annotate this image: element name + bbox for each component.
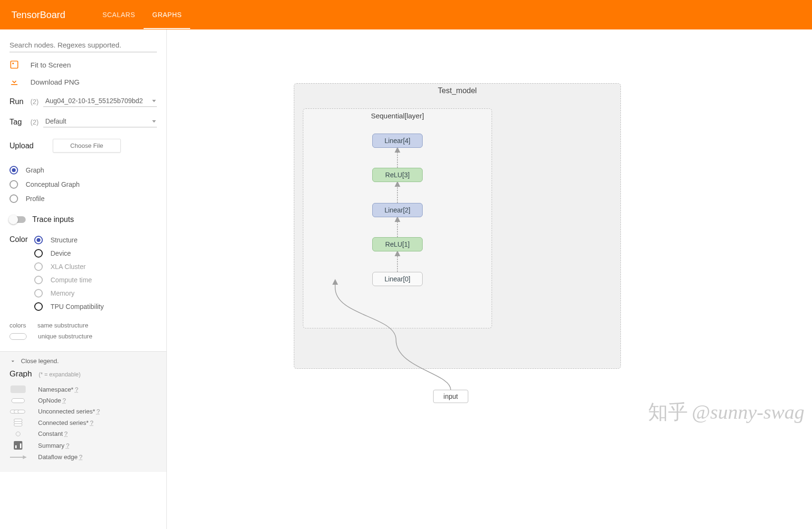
color-memory-label: Memory bbox=[50, 289, 75, 297]
legend-constant: Constant? bbox=[10, 428, 157, 439]
tab-scalars[interactable]: SCALARS bbox=[94, 0, 144, 29]
help-icon[interactable]: ? bbox=[66, 442, 69, 449]
sidebar: Fit to Screen Download PNG Run (2) Aug04… bbox=[0, 29, 167, 529]
radio-icon bbox=[34, 276, 43, 284]
chevron-down-icon bbox=[10, 358, 16, 365]
dataflow-shape-icon bbox=[10, 457, 26, 458]
legend-dataflow: Dataflow edge? bbox=[10, 452, 157, 462]
legend-namespace: Namespace*? bbox=[10, 384, 157, 395]
legend-connected: Connected series*? bbox=[10, 417, 157, 428]
radio-icon bbox=[34, 236, 43, 244]
toggle-icon bbox=[10, 216, 26, 223]
color-device-label: Device bbox=[50, 250, 71, 257]
svg-point-1 bbox=[12, 63, 14, 64]
edge-arrow bbox=[395, 182, 400, 203]
color-section: Color Structure Device XLA Cluster Compu… bbox=[10, 233, 157, 313]
edge-arrow bbox=[395, 251, 400, 272]
app-title: TensorBoard bbox=[11, 10, 65, 20]
help-icon[interactable]: ? bbox=[90, 419, 93, 426]
connected-shape-icon bbox=[14, 419, 22, 426]
graph-namespace-test-model[interactable]: Test_model Sequential[layer] Linear[4] R… bbox=[294, 83, 621, 369]
upload-label: Upload bbox=[10, 142, 34, 150]
run-label: Run bbox=[10, 97, 26, 106]
tag-select[interactable]: Default bbox=[43, 116, 157, 127]
color-memory[interactable]: Memory bbox=[34, 287, 157, 300]
view-mode-radios: Graph Conceptual Graph Profile bbox=[10, 163, 157, 206]
radio-icon bbox=[10, 166, 18, 174]
legend-subtitle: (* = expandable) bbox=[39, 371, 80, 378]
trace-inputs-toggle[interactable]: Trace inputs bbox=[10, 215, 157, 224]
search-input[interactable] bbox=[10, 38, 157, 52]
edge-arrow bbox=[395, 148, 400, 168]
structure-color-legend: colors same substructure unique substruc… bbox=[10, 320, 157, 342]
radio-icon bbox=[10, 194, 18, 203]
help-icon[interactable]: ? bbox=[97, 408, 100, 415]
graph-canvas[interactable]: Test_model Sequential[layer] Linear[4] R… bbox=[167, 29, 812, 529]
graph-node-linear-0[interactable]: Linear[0] bbox=[372, 272, 423, 286]
run-count: (2) bbox=[30, 98, 39, 106]
legend-title: Graph bbox=[10, 369, 32, 379]
tab-graphs[interactable]: GRAPHS bbox=[144, 0, 190, 29]
help-icon[interactable]: ? bbox=[64, 430, 68, 437]
radio-profile-label: Profile bbox=[26, 195, 45, 202]
radio-icon bbox=[34, 249, 43, 258]
fit-to-screen-label: Fit to Screen bbox=[30, 61, 71, 69]
color-title: Color bbox=[10, 233, 28, 313]
legend-summary: Summary? bbox=[10, 439, 157, 452]
header-tabs: SCALARS GRAPHS bbox=[94, 0, 190, 29]
unconnected-shape-icon bbox=[10, 409, 26, 414]
graph-node-input[interactable]: input bbox=[433, 390, 468, 403]
sequential-title: Sequential[layer] bbox=[303, 109, 492, 123]
watermark: 知乎@sunny-swag bbox=[648, 399, 804, 425]
radio-icon bbox=[10, 180, 18, 189]
radio-icon bbox=[34, 302, 43, 311]
close-legend-label: Close legend. bbox=[21, 357, 59, 365]
run-select[interactable]: Aug04_02-10-15_55125b709bd2 bbox=[43, 96, 157, 107]
test-model-title: Test_model bbox=[294, 84, 620, 98]
help-icon[interactable]: ? bbox=[79, 453, 82, 461]
radio-conceptual[interactable]: Conceptual Graph bbox=[10, 177, 157, 192]
graph-node-linear-4[interactable]: Linear[4] bbox=[372, 134, 423, 148]
svg-rect-0 bbox=[11, 61, 18, 68]
choose-file-button[interactable]: Choose File bbox=[53, 139, 121, 153]
upload-row: Upload Choose File bbox=[10, 139, 157, 153]
help-icon[interactable]: ? bbox=[75, 386, 78, 393]
radio-graph-label: Graph bbox=[26, 166, 44, 174]
legend-unique-label: unique substructure bbox=[38, 333, 92, 340]
download-icon bbox=[10, 77, 19, 87]
opnode-shape-icon bbox=[11, 398, 25, 403]
trace-inputs-label: Trace inputs bbox=[32, 215, 74, 224]
download-png-button[interactable]: Download PNG bbox=[10, 77, 157, 87]
graph-node-relu-1[interactable]: ReLU[1] bbox=[372, 237, 423, 251]
legend-unique-swatch bbox=[10, 333, 27, 340]
color-structure-label: Structure bbox=[50, 236, 77, 244]
radio-icon bbox=[34, 289, 43, 298]
legend-colors-title: colors bbox=[10, 322, 26, 329]
color-tpu[interactable]: TPU Compatibility bbox=[34, 300, 157, 313]
constant-shape-icon bbox=[16, 432, 20, 436]
legend-panel: Close legend. Graph (* = expandable) Nam… bbox=[0, 351, 166, 472]
help-icon[interactable]: ? bbox=[62, 397, 66, 404]
tag-label: Tag bbox=[10, 118, 26, 126]
color-compute[interactable]: Compute time bbox=[34, 273, 157, 287]
graph-node-linear-2[interactable]: Linear[2] bbox=[372, 203, 423, 217]
close-legend-button[interactable]: Close legend. bbox=[10, 357, 157, 365]
graph-node-relu-3[interactable]: ReLU[3] bbox=[372, 168, 423, 182]
namespace-shape-icon bbox=[10, 385, 26, 393]
color-device[interactable]: Device bbox=[34, 247, 157, 260]
edge-arrow bbox=[395, 217, 400, 237]
radio-icon bbox=[34, 262, 43, 271]
radio-profile[interactable]: Profile bbox=[10, 192, 157, 206]
tag-count: (2) bbox=[30, 118, 39, 126]
color-structure[interactable]: Structure bbox=[34, 233, 157, 247]
download-png-label: Download PNG bbox=[30, 78, 79, 86]
fit-to-screen-button[interactable]: Fit to Screen bbox=[10, 60, 157, 69]
color-xla-label: XLA Cluster bbox=[50, 263, 86, 270]
tag-select-row: Tag (2) Default bbox=[10, 116, 157, 127]
color-tpu-label: TPU Compatibility bbox=[50, 303, 104, 310]
legend-opnode: OpNode? bbox=[10, 395, 157, 406]
radio-graph[interactable]: Graph bbox=[10, 163, 157, 177]
color-xla[interactable]: XLA Cluster bbox=[34, 260, 157, 273]
run-select-row: Run (2) Aug04_02-10-15_55125b709bd2 bbox=[10, 96, 157, 107]
graph-namespace-sequential[interactable]: Sequential[layer] Linear[4] ReLU[3] Line… bbox=[303, 108, 492, 328]
